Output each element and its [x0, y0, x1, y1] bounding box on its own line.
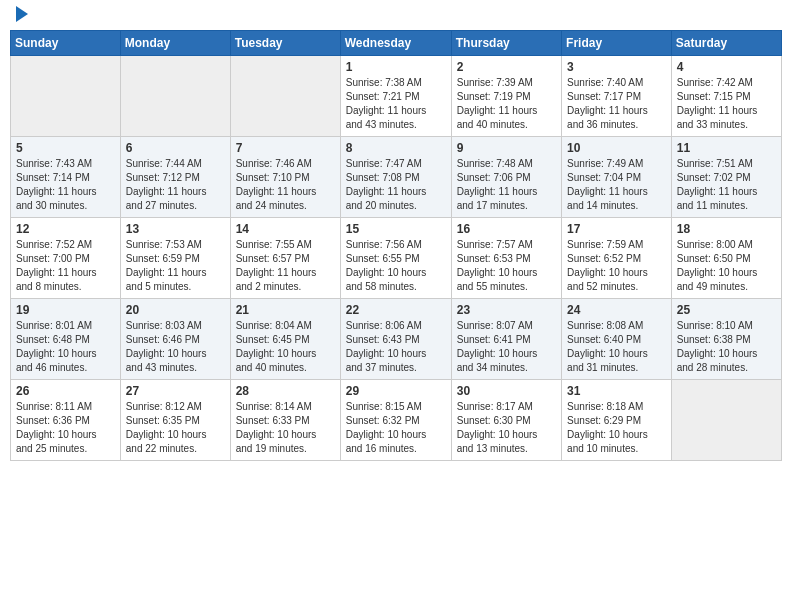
day-info: Sunrise: 8:14 AMSunset: 6:33 PMDaylight:…: [236, 400, 335, 456]
calendar-day-cell: 25Sunrise: 8:10 AMSunset: 6:38 PMDayligh…: [671, 299, 781, 380]
calendar-day-cell: 27Sunrise: 8:12 AMSunset: 6:35 PMDayligh…: [120, 380, 230, 461]
day-number: 1: [346, 60, 446, 74]
day-info: Sunrise: 8:03 AMSunset: 6:46 PMDaylight:…: [126, 319, 225, 375]
calendar-day-cell: 31Sunrise: 8:18 AMSunset: 6:29 PMDayligh…: [562, 380, 672, 461]
day-number: 21: [236, 303, 335, 317]
calendar-table: SundayMondayTuesdayWednesdayThursdayFrid…: [10, 30, 782, 461]
calendar-day-cell: 6Sunrise: 7:44 AMSunset: 7:12 PMDaylight…: [120, 137, 230, 218]
day-number: 12: [16, 222, 115, 236]
day-number: 8: [346, 141, 446, 155]
calendar-day-cell: 10Sunrise: 7:49 AMSunset: 7:04 PMDayligh…: [562, 137, 672, 218]
day-info: Sunrise: 7:43 AMSunset: 7:14 PMDaylight:…: [16, 157, 115, 213]
calendar-day-cell: [11, 56, 121, 137]
calendar-day-cell: 4Sunrise: 7:42 AMSunset: 7:15 PMDaylight…: [671, 56, 781, 137]
calendar-week-row: 19Sunrise: 8:01 AMSunset: 6:48 PMDayligh…: [11, 299, 782, 380]
day-info: Sunrise: 8:06 AMSunset: 6:43 PMDaylight:…: [346, 319, 446, 375]
day-info: Sunrise: 8:11 AMSunset: 6:36 PMDaylight:…: [16, 400, 115, 456]
day-of-week-header: Saturday: [671, 31, 781, 56]
day-info: Sunrise: 8:12 AMSunset: 6:35 PMDaylight:…: [126, 400, 225, 456]
day-info: Sunrise: 8:07 AMSunset: 6:41 PMDaylight:…: [457, 319, 556, 375]
day-number: 15: [346, 222, 446, 236]
day-number: 9: [457, 141, 556, 155]
day-info: Sunrise: 7:38 AMSunset: 7:21 PMDaylight:…: [346, 76, 446, 132]
day-info: Sunrise: 8:04 AMSunset: 6:45 PMDaylight:…: [236, 319, 335, 375]
calendar-day-cell: 30Sunrise: 8:17 AMSunset: 6:30 PMDayligh…: [451, 380, 561, 461]
day-number: 26: [16, 384, 115, 398]
day-number: 30: [457, 384, 556, 398]
calendar-week-row: 12Sunrise: 7:52 AMSunset: 7:00 PMDayligh…: [11, 218, 782, 299]
day-number: 28: [236, 384, 335, 398]
day-number: 2: [457, 60, 556, 74]
day-number: 19: [16, 303, 115, 317]
calendar-day-cell: 28Sunrise: 8:14 AMSunset: 6:33 PMDayligh…: [230, 380, 340, 461]
day-info: Sunrise: 7:39 AMSunset: 7:19 PMDaylight:…: [457, 76, 556, 132]
day-info: Sunrise: 8:00 AMSunset: 6:50 PMDaylight:…: [677, 238, 776, 294]
calendar-day-cell: 21Sunrise: 8:04 AMSunset: 6:45 PMDayligh…: [230, 299, 340, 380]
calendar-week-row: 26Sunrise: 8:11 AMSunset: 6:36 PMDayligh…: [11, 380, 782, 461]
calendar-header-row: SundayMondayTuesdayWednesdayThursdayFrid…: [11, 31, 782, 56]
calendar-day-cell: 26Sunrise: 8:11 AMSunset: 6:36 PMDayligh…: [11, 380, 121, 461]
day-of-week-header: Sunday: [11, 31, 121, 56]
day-info: Sunrise: 7:51 AMSunset: 7:02 PMDaylight:…: [677, 157, 776, 213]
day-info: Sunrise: 7:57 AMSunset: 6:53 PMDaylight:…: [457, 238, 556, 294]
calendar-day-cell: 22Sunrise: 8:06 AMSunset: 6:43 PMDayligh…: [340, 299, 451, 380]
calendar-day-cell: 17Sunrise: 7:59 AMSunset: 6:52 PMDayligh…: [562, 218, 672, 299]
calendar-day-cell: [120, 56, 230, 137]
calendar-day-cell: [671, 380, 781, 461]
day-number: 17: [567, 222, 666, 236]
day-info: Sunrise: 7:40 AMSunset: 7:17 PMDaylight:…: [567, 76, 666, 132]
day-info: Sunrise: 7:48 AMSunset: 7:06 PMDaylight:…: [457, 157, 556, 213]
day-info: Sunrise: 7:46 AMSunset: 7:10 PMDaylight:…: [236, 157, 335, 213]
day-info: Sunrise: 8:08 AMSunset: 6:40 PMDaylight:…: [567, 319, 666, 375]
day-info: Sunrise: 8:15 AMSunset: 6:32 PMDaylight:…: [346, 400, 446, 456]
calendar-day-cell: 12Sunrise: 7:52 AMSunset: 7:00 PMDayligh…: [11, 218, 121, 299]
logo-arrow-icon: [16, 6, 28, 22]
day-info: Sunrise: 8:10 AMSunset: 6:38 PMDaylight:…: [677, 319, 776, 375]
day-info: Sunrise: 8:18 AMSunset: 6:29 PMDaylight:…: [567, 400, 666, 456]
calendar-week-row: 5Sunrise: 7:43 AMSunset: 7:14 PMDaylight…: [11, 137, 782, 218]
day-number: 3: [567, 60, 666, 74]
day-number: 16: [457, 222, 556, 236]
calendar-week-row: 1Sunrise: 7:38 AMSunset: 7:21 PMDaylight…: [11, 56, 782, 137]
day-info: Sunrise: 7:42 AMSunset: 7:15 PMDaylight:…: [677, 76, 776, 132]
day-number: 23: [457, 303, 556, 317]
day-of-week-header: Monday: [120, 31, 230, 56]
day-number: 20: [126, 303, 225, 317]
day-number: 25: [677, 303, 776, 317]
calendar-day-cell: 23Sunrise: 8:07 AMSunset: 6:41 PMDayligh…: [451, 299, 561, 380]
day-of-week-header: Thursday: [451, 31, 561, 56]
day-info: Sunrise: 7:56 AMSunset: 6:55 PMDaylight:…: [346, 238, 446, 294]
page-header: [10, 10, 782, 22]
day-number: 24: [567, 303, 666, 317]
day-number: 29: [346, 384, 446, 398]
calendar-day-cell: 24Sunrise: 8:08 AMSunset: 6:40 PMDayligh…: [562, 299, 672, 380]
day-number: 6: [126, 141, 225, 155]
day-of-week-header: Tuesday: [230, 31, 340, 56]
logo: [14, 10, 28, 22]
day-info: Sunrise: 7:49 AMSunset: 7:04 PMDaylight:…: [567, 157, 666, 213]
day-info: Sunrise: 8:01 AMSunset: 6:48 PMDaylight:…: [16, 319, 115, 375]
day-info: Sunrise: 7:55 AMSunset: 6:57 PMDaylight:…: [236, 238, 335, 294]
day-number: 27: [126, 384, 225, 398]
calendar-day-cell: 7Sunrise: 7:46 AMSunset: 7:10 PMDaylight…: [230, 137, 340, 218]
day-number: 18: [677, 222, 776, 236]
calendar-day-cell: 3Sunrise: 7:40 AMSunset: 7:17 PMDaylight…: [562, 56, 672, 137]
day-info: Sunrise: 7:53 AMSunset: 6:59 PMDaylight:…: [126, 238, 225, 294]
day-info: Sunrise: 8:17 AMSunset: 6:30 PMDaylight:…: [457, 400, 556, 456]
day-number: 4: [677, 60, 776, 74]
calendar-day-cell: 16Sunrise: 7:57 AMSunset: 6:53 PMDayligh…: [451, 218, 561, 299]
day-info: Sunrise: 7:52 AMSunset: 7:00 PMDaylight:…: [16, 238, 115, 294]
calendar-day-cell: 1Sunrise: 7:38 AMSunset: 7:21 PMDaylight…: [340, 56, 451, 137]
calendar-day-cell: 20Sunrise: 8:03 AMSunset: 6:46 PMDayligh…: [120, 299, 230, 380]
day-of-week-header: Wednesday: [340, 31, 451, 56]
day-number: 11: [677, 141, 776, 155]
day-number: 5: [16, 141, 115, 155]
day-number: 13: [126, 222, 225, 236]
calendar-day-cell: 15Sunrise: 7:56 AMSunset: 6:55 PMDayligh…: [340, 218, 451, 299]
calendar-day-cell: 9Sunrise: 7:48 AMSunset: 7:06 PMDaylight…: [451, 137, 561, 218]
calendar-day-cell: [230, 56, 340, 137]
calendar-day-cell: 29Sunrise: 8:15 AMSunset: 6:32 PMDayligh…: [340, 380, 451, 461]
calendar-day-cell: 19Sunrise: 8:01 AMSunset: 6:48 PMDayligh…: [11, 299, 121, 380]
day-number: 31: [567, 384, 666, 398]
day-number: 14: [236, 222, 335, 236]
